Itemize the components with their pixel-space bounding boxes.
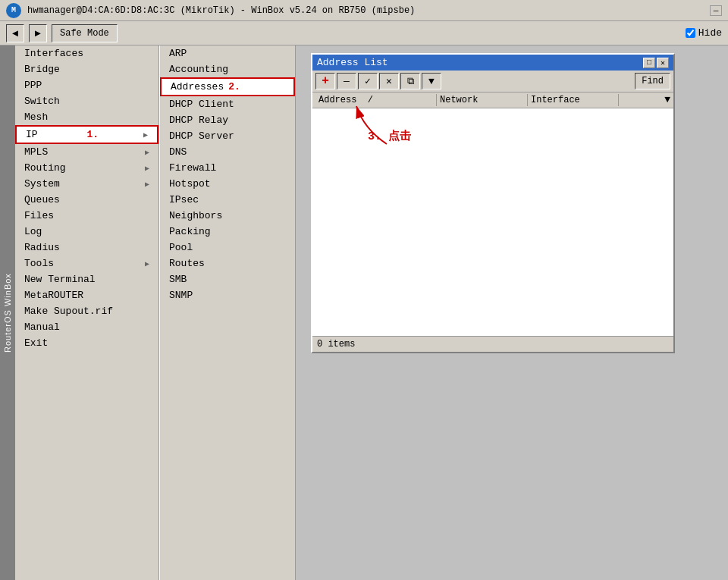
submenu-arrow: ▶ xyxy=(145,148,149,157)
left-menu: InterfacesBridgePPPSwitchMeshIP1.▶MPLS▶R… xyxy=(15,45,159,580)
submenu-item-label: Addresses xyxy=(171,81,224,92)
submenu-item-packing[interactable]: Packing xyxy=(160,224,295,240)
submenu-item-label: Firewall xyxy=(169,162,216,174)
forward-button[interactable]: ► xyxy=(29,24,47,42)
sidebar-item-bridge[interactable]: Bridge xyxy=(15,61,158,77)
sidebar-item-radius[interactable]: Radius xyxy=(15,240,158,256)
sidebar-item-label: Files xyxy=(24,210,54,221)
address-list-header: Address / Network Interface ▼ xyxy=(312,92,673,108)
sidebar-item-ip[interactable]: IP1.▶ xyxy=(15,125,158,144)
sidebar-item-label: Tools xyxy=(24,258,54,269)
hide-checkbox[interactable] xyxy=(686,28,695,38)
sidebar-item-metarouter[interactable]: MetaROUTER xyxy=(15,287,158,303)
toolbar: ◄ ► Safe Mode Hide xyxy=(0,21,728,45)
sidebar-item-label: MPLS xyxy=(24,146,48,158)
minimize-button[interactable]: — xyxy=(710,5,722,16)
submenu-item-label: Accounting xyxy=(169,64,228,75)
sidebar-item-queues[interactable]: Queues xyxy=(15,192,158,208)
sidebar-item-label: Switch xyxy=(24,96,60,107)
sidebar-item-label: PPP xyxy=(24,80,42,91)
sidebar-item-label: MetaROUTER xyxy=(24,290,83,301)
column-menu-button[interactable]: ▼ xyxy=(664,94,670,106)
submenu-item-label: ARP xyxy=(169,48,187,59)
submenu-item-firewall[interactable]: Firewall xyxy=(160,160,295,176)
submenu-item-label: SMB xyxy=(169,274,187,285)
copy-button[interactable]: ⧉ xyxy=(400,73,420,89)
submenu-item-dns[interactable]: DNS xyxy=(160,144,295,160)
submenu-item-neighbors[interactable]: Neighbors xyxy=(160,208,295,224)
submenu-item-routes[interactable]: Routes xyxy=(160,256,295,271)
sidebar-item-mpls[interactable]: MPLS▶ xyxy=(15,144,158,160)
submenu-arrow: ▶ xyxy=(145,164,149,173)
sidebar-item-label: Interfaces xyxy=(24,48,83,59)
safe-mode-button[interactable]: Safe Mode xyxy=(52,24,118,42)
submenu-item-pool[interactable]: Pool xyxy=(160,240,295,256)
submenu-item-ipsec[interactable]: IPsec xyxy=(160,192,295,208)
submenu-item-smb[interactable]: SMB xyxy=(160,271,295,287)
filter-button[interactable]: ▼ xyxy=(422,73,441,89)
sidebar-item-tools[interactable]: Tools▶ xyxy=(15,256,158,271)
close-button[interactable]: ✕ xyxy=(657,58,669,68)
sub-menu: ARPAccountingAddresses2.DHCP ClientDHCP … xyxy=(159,45,296,580)
sidebar-item-new-terminal[interactable]: New Terminal xyxy=(15,271,158,287)
sidebar-item-mesh[interactable]: Mesh xyxy=(15,109,158,125)
sidebar-item-routing[interactable]: Routing▶ xyxy=(15,160,158,176)
submenu-item-label: Routes xyxy=(169,258,205,269)
sidebar-item-make-supout[interactable]: Make Supout.rif xyxy=(15,303,158,319)
sidebar-item-label: Manual xyxy=(24,321,60,333)
submenu-item-label: DHCP Server xyxy=(169,130,234,142)
cross-button[interactable]: ✕ xyxy=(379,73,399,89)
submenu-item-label: DHCP Client xyxy=(169,99,234,110)
side-label: RouterOS WinBox xyxy=(0,45,15,580)
sidebar-item-system[interactable]: System▶ xyxy=(15,176,158,192)
submenu-item-snmp[interactable]: SNMP xyxy=(160,287,295,303)
sidebar-item-exit[interactable]: Exit xyxy=(15,335,158,351)
submenu-item-label: SNMP xyxy=(169,290,193,301)
interface-column-header: Interface xyxy=(528,94,619,106)
sidebar-item-label: Routing xyxy=(24,162,66,174)
sidebar-item-log[interactable]: Log xyxy=(15,224,158,240)
address-list-window: Address List □ ✕ + — ✓ ✕ ⧉ ▼ Find Addres… xyxy=(311,53,675,353)
sidebar-item-label: Queues xyxy=(24,194,60,205)
sidebar-item-label: New Terminal xyxy=(24,274,96,285)
submenu-item-label: Neighbors xyxy=(169,210,222,221)
submenu-item-label: DHCP Relay xyxy=(169,114,228,126)
sidebar-item-files[interactable]: Files xyxy=(15,208,158,224)
submenu-item-dhcp-relay[interactable]: DHCP Relay xyxy=(160,112,295,128)
submenu-item-label: Pool xyxy=(169,242,193,253)
sidebar-item-label: Make Supout.rif xyxy=(24,306,113,317)
check-button[interactable]: ✓ xyxy=(358,73,378,89)
submenu-item-label: Packing xyxy=(169,226,211,237)
back-button[interactable]: ◄ xyxy=(6,24,24,42)
submenu-item-label: DNS xyxy=(169,146,187,158)
submenu-item-label: IPsec xyxy=(169,194,199,205)
network-column-header: Network xyxy=(437,94,528,106)
title-bar: M hwmanager@D4:CA:6D:D8:AC:3C (MikroTik)… xyxy=(0,0,728,21)
submenu-item-accounting[interactable]: Accounting xyxy=(160,61,295,77)
submenu-item-addresses[interactable]: Addresses2. xyxy=(160,77,295,96)
sidebar-item-label: Log xyxy=(24,226,42,237)
submenu-item-arp[interactable]: ARP xyxy=(160,45,295,61)
content-area: Address List □ ✕ + — ✓ ✕ ⧉ ▼ Find Addres… xyxy=(296,45,728,580)
address-list-status: 0 items xyxy=(312,336,673,352)
annotation-addresses: 2. xyxy=(228,81,240,92)
submenu-item-hotspot[interactable]: Hotspot xyxy=(160,176,295,192)
sidebar-item-interfaces[interactable]: Interfaces xyxy=(15,45,158,61)
find-button[interactable]: Find xyxy=(635,73,670,89)
sidebar-item-label: Mesh xyxy=(24,111,48,123)
sidebar-item-switch[interactable]: Switch xyxy=(15,93,158,109)
sidebar-item-ppp[interactable]: PPP xyxy=(15,77,158,93)
hide-label: Hide xyxy=(698,27,722,39)
submenu-item-dhcp-server[interactable]: DHCP Server xyxy=(160,128,295,144)
sidebar-item-label: Exit xyxy=(24,337,48,349)
remove-button[interactable]: — xyxy=(337,73,356,89)
hide-area: Hide xyxy=(686,27,722,39)
address-list-body[interactable] xyxy=(312,108,673,336)
add-button[interactable]: + xyxy=(315,73,335,89)
address-column-header: Address / xyxy=(315,94,437,106)
sidebar-item-manual[interactable]: Manual xyxy=(15,319,158,335)
maximize-button[interactable]: □ xyxy=(643,58,655,68)
window-title: hwmanager@D4:CA:6D:D8:AC:3C (MikroTik) -… xyxy=(27,5,710,16)
submenu-item-dhcp-client[interactable]: DHCP Client xyxy=(160,96,295,112)
sidebar-item-label: Bridge xyxy=(24,64,60,75)
